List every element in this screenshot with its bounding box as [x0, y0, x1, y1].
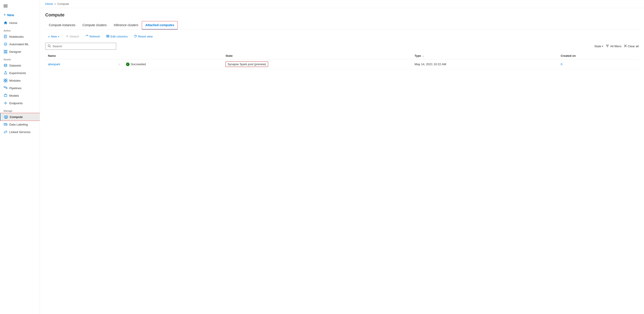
edit-columns-button[interactable]: Edit columns [104, 33, 130, 40]
sidebar-item-home[interactable]: Home [0, 19, 40, 26]
tab-compute-instances[interactable]: Compute instances [45, 21, 79, 30]
toolbar: + New ▾ Detach Refr [45, 33, 639, 40]
svg-rect-1 [4, 6, 8, 6]
sidebar-item-label: Pipelines [9, 86, 22, 90]
status-dot-succeeded [126, 62, 130, 66]
svg-rect-36 [106, 35, 107, 37]
cell-created-on: May 14, 2021 10:22 AM [412, 60, 558, 69]
all-filters-label: All filters [610, 44, 621, 48]
notebooks-icon [4, 34, 8, 38]
sidebar-item-label: Linked Services [9, 130, 30, 134]
breadcrumb: Home > Compute [40, 0, 644, 8]
sidebar-item-label: Models [9, 94, 19, 97]
row-name-link[interactable]: abespark [48, 62, 60, 66]
linked-services-icon [4, 130, 8, 134]
tab-inference-clusters[interactable]: Inference clusters [110, 21, 142, 30]
state-label: State [594, 44, 602, 48]
detach-icon [66, 34, 68, 38]
sidebar-item-pipelines[interactable]: Pipelines [0, 84, 40, 92]
tab-attached-computes[interactable]: Attached computes [142, 21, 178, 30]
active-runs-link[interactable]: 0 [561, 62, 562, 66]
state-chevron-icon: ▾ [602, 45, 603, 48]
svg-rect-18 [6, 79, 7, 80]
svg-rect-5 [5, 36, 6, 36]
new-button[interactable]: + New [0, 11, 40, 19]
svg-rect-11 [6, 52, 7, 53]
refresh-icon [86, 34, 88, 38]
col-header-created-on[interactable]: Type ↓ [412, 52, 558, 60]
cell-name: abespark [45, 60, 115, 69]
sidebar-item-label: Home [9, 21, 17, 24]
svg-rect-37 [107, 35, 108, 37]
svg-rect-25 [4, 95, 7, 97]
state-dropdown[interactable]: State ▾ [594, 44, 604, 48]
cell-type: Synapse Spark pool (preview) [223, 60, 412, 69]
breadcrumb-home-link[interactable]: Home [45, 2, 53, 6]
col-header-active-runs[interactable]: Created on [558, 52, 639, 60]
data-table: Name State Type ↓ Created on [45, 52, 639, 69]
detach-button[interactable]: Detach [63, 33, 82, 40]
sidebar-item-label: Automated ML [9, 42, 29, 46]
home-icon [4, 21, 8, 25]
svg-rect-8 [4, 50, 5, 51]
tabs-container: Compute instances Compute clusters Infer… [45, 21, 639, 30]
svg-rect-31 [5, 116, 6, 117]
clear-all-button[interactable]: Clear all [624, 44, 639, 48]
star-icon[interactable]: ☆ [118, 62, 121, 66]
refresh-button[interactable]: Refresh [83, 33, 103, 40]
sidebar-item-notebooks[interactable]: Notebooks [0, 33, 40, 40]
new-dropdown-icon: ▾ [58, 35, 59, 38]
tab-compute-clusters[interactable]: Compute clusters [79, 21, 110, 30]
search-icon [48, 44, 51, 48]
endpoints-icon [4, 101, 8, 105]
reset-view-button[interactable]: Reset view [131, 33, 155, 40]
col-header-type[interactable]: State [223, 52, 412, 60]
svg-rect-20 [6, 81, 7, 82]
breadcrumb-separator: > [54, 2, 56, 6]
pipelines-icon [4, 86, 8, 90]
hamburger-button[interactable] [0, 2, 40, 11]
new-label: New [7, 13, 14, 17]
sidebar-item-linked-services[interactable]: Linked Services [0, 128, 40, 136]
sidebar-item-label: Compute [10, 115, 23, 119]
sidebar-item-endpoints[interactable]: Endpoints [0, 99, 40, 107]
sidebar-item-data-labeling[interactable]: Data Labeling [0, 121, 40, 128]
col-header-state[interactable] [123, 52, 223, 60]
sidebar-item-label: Data Labeling [9, 123, 28, 126]
col-header-name[interactable]: Name [45, 52, 115, 60]
svg-rect-17 [4, 79, 5, 80]
sidebar-item-modules[interactable]: Modules [0, 77, 40, 84]
state-text: Succeeded [131, 62, 146, 66]
svg-rect-38 [108, 35, 109, 37]
sidebar-item-models[interactable]: Models [0, 92, 40, 99]
sidebar-item-automated-ml[interactable]: Automated ML [0, 40, 40, 48]
page-title: Compute [45, 12, 639, 18]
sidebar-item-experiments[interactable]: Experiments [0, 69, 40, 77]
assets-section-label: Assets [0, 56, 40, 62]
svg-rect-10 [4, 52, 5, 53]
svg-rect-4 [5, 36, 6, 36]
sidebar-item-label: Modules [9, 79, 21, 82]
automated-ml-icon [4, 42, 8, 46]
manage-section-label: Manage [0, 107, 40, 113]
reset-view-icon [134, 34, 137, 38]
search-filter-row: State ▾ All filters [45, 43, 639, 50]
sidebar-item-compute[interactable]: Compute [0, 113, 40, 121]
detach-label: Detach [70, 35, 79, 38]
sidebar-item-datasets[interactable]: Datasets [0, 62, 40, 69]
sidebar-item-label: Endpoints [9, 102, 23, 105]
experiments-icon [4, 71, 8, 75]
sidebar-item-label: Notebooks [9, 35, 24, 38]
svg-line-40 [50, 46, 51, 48]
search-input[interactable] [52, 44, 114, 48]
reset-view-label: Reset view [138, 35, 153, 38]
svg-point-26 [5, 102, 6, 104]
cell-state: Succeeded [123, 60, 223, 69]
svg-rect-22 [6, 88, 7, 89]
main-content: Home > Compute Compute Compute instances… [40, 0, 644, 314]
all-filters-button[interactable]: All filters [606, 44, 621, 48]
new-toolbar-button[interactable]: + New ▾ [45, 33, 62, 40]
new-toolbar-label: New [51, 35, 57, 38]
sidebar-item-designer[interactable]: Designer [0, 48, 40, 56]
svg-rect-21 [4, 86, 5, 88]
